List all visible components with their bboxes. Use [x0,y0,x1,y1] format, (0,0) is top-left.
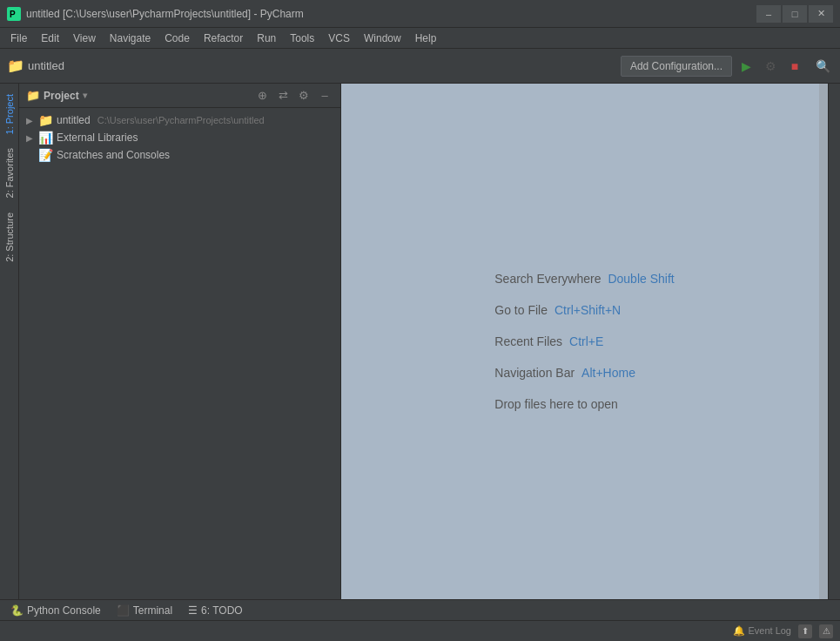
tree-label-scratches: Scratches and Consoles [57,149,170,161]
run-icon: ▶ [742,59,751,73]
menu-refactor[interactable]: Refactor [197,30,250,46]
hint-search-everywhere: Search Everywhere Double Shift [494,272,674,286]
menu-code[interactable]: Code [158,30,197,46]
hint-text-recent: Recent Files [494,334,562,348]
folder-icon-untitled: 📁 [38,113,53,127]
project-name: untitled [28,59,64,72]
menu-vcs[interactable]: VCS [321,30,357,46]
tree-item-external-libraries[interactable]: ▶ 📊 External Libraries [19,129,340,146]
app-icon: P [7,7,21,21]
title-text: untitled [C:\Users\user\PycharmProjects\… [26,8,304,20]
git-icon[interactable]: ⬆ [798,624,812,638]
event-log-icon: 🔔 [733,625,745,636]
menu-view[interactable]: View [66,30,103,46]
svg-text:P: P [10,10,16,19]
panel-sync-button[interactable]: ⇄ [274,87,292,105]
title-bar: P untitled [C:\Users\user\PycharmProject… [0,0,840,28]
menu-window[interactable]: Window [357,30,408,46]
expand-arrow-libraries: ▶ [26,133,35,143]
search-icon: 🔍 [816,59,830,73]
search-everywhere-button[interactable]: 🔍 [812,56,833,77]
todo-icon: ☰ [188,604,198,617]
project-panel: 📁 Project ▾ ⊕ ⇄ ⚙ – ▶ 📁 untitled C:\User… [19,84,341,599]
maximize-button[interactable]: □ [783,5,807,23]
project-panel-title: 📁 Project ▾ [26,89,250,102]
title-left: P untitled [C:\Users\user\PycharmProject… [7,7,304,21]
event-log-button[interactable]: 🔔 Event Log [733,625,791,637]
tree-label-untitled: untitled [57,114,91,126]
status-bar: 🔔 Event Log ⬆ ⚠ [0,620,840,641]
menu-tools[interactable]: Tools [283,30,321,46]
left-sidebar-strip: 1: Project 2: Favorites 2: Structure [0,84,19,599]
tree-path-untitled: C:\Users\user\PycharmProjects\untitled [97,115,265,125]
hint-shortcut-goto: Ctrl+Shift+N [554,303,621,317]
editor-area[interactable]: Search Everywhere Double Shift Go to Fil… [341,84,828,599]
chevron-down-icon: ▾ [83,91,87,100]
tab-todo[interactable]: ☰ 6: TODO [181,603,250,618]
run-button[interactable]: ▶ [736,56,756,77]
hint-text-nav: Navigation Bar [494,366,575,380]
tab-python-console[interactable]: 🐍 Python Console [3,603,108,618]
panel-gear-button[interactable]: ⚙ [295,87,312,105]
menu-help[interactable]: Help [408,30,444,46]
library-icon: 📊 [38,131,53,145]
right-sidebar-strip [828,84,840,599]
settings-button[interactable]: ⚙ [760,56,781,77]
toolbar: 📁 untitled Add Configuration... ▶ ⚙ ■ 🔍 [0,49,840,84]
menu-navigate[interactable]: Navigate [103,30,158,46]
terminal-icon: ⬛ [117,604,130,617]
hint-text-drop: Drop files here to open [494,397,618,411]
tree-item-scratches[interactable]: ▶ 📝 Scratches and Consoles [19,146,340,164]
hint-shortcut-search: Double Shift [608,272,674,286]
hint-text-goto: Go to File [494,303,548,317]
hint-text-search: Search Everywhere [494,272,601,286]
tab-terminal-label: Terminal [133,604,172,617]
project-panel-header: 📁 Project ▾ ⊕ ⇄ ⚙ – [19,84,340,108]
tab-terminal[interactable]: ⬛ Terminal [110,603,179,618]
close-button[interactable]: ✕ [809,5,833,23]
menu-file[interactable]: File [3,30,34,46]
tree-item-untitled[interactable]: ▶ 📁 untitled C:\Users\user\PycharmProjec… [19,111,340,129]
tree-label-external-libraries: External Libraries [57,132,138,144]
hint-goto-file: Go to File Ctrl+Shift+N [494,303,674,317]
project-tree: ▶ 📁 untitled C:\Users\user\PycharmProjec… [19,108,340,599]
editor-hints: Search Everywhere Double Shift Go to Fil… [494,272,674,411]
hint-drop-files: Drop files here to open [494,397,674,411]
panel-globe-button[interactable]: ⊕ [253,87,271,105]
minimize-button[interactable]: – [756,5,781,23]
tab-python-console-label: Python Console [27,604,101,617]
sidebar-item-structure[interactable]: 2: Structure [3,206,17,269]
expand-arrow-untitled: ▶ [26,116,35,125]
status-right: 🔔 Event Log ⬆ ⚠ [733,624,833,638]
hint-recent-files: Recent Files Ctrl+E [494,334,674,348]
scratch-icon: 📝 [38,148,53,162]
stop-icon: ■ [791,59,798,73]
panel-minimize-button[interactable]: – [316,87,333,105]
menu-run[interactable]: Run [250,30,283,46]
hint-shortcut-recent: Ctrl+E [569,334,603,348]
add-configuration-button[interactable]: Add Configuration... [621,56,732,77]
menu-edit[interactable]: Edit [34,30,66,46]
hint-nav-bar: Navigation Bar Alt+Home [494,366,674,380]
python-console-icon: 🐍 [10,604,24,617]
hint-shortcut-nav: Alt+Home [581,366,635,380]
main-area: 1: Project 2: Favorites 2: Structure 📁 P… [0,84,840,599]
bottom-panel-strip: 🐍 Python Console ⬛ Terminal ☰ 6: TODO [0,599,840,620]
editor-scrollbar[interactable] [819,84,828,599]
window-controls: – □ ✕ [756,5,833,23]
menu-bar: File Edit View Navigate Code Refactor Ru… [0,28,840,49]
notifications-icon[interactable]: ⚠ [819,624,833,638]
folder-small-icon: 📁 [26,89,40,102]
sidebar-item-favorites[interactable]: 2: Favorites [3,141,17,205]
stop-button[interactable]: ■ [784,56,805,77]
sidebar-item-project[interactable]: 1: Project [3,87,17,141]
settings-icon: ⚙ [765,59,776,73]
folder-icon: 📁 [7,57,24,74]
tab-todo-label: 6: TODO [201,604,243,617]
